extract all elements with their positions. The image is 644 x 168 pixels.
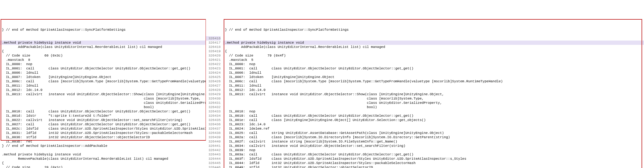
line-number: 326421 <box>206 58 221 62</box>
code-line: IL_0024: ldelem.ref <box>223 127 644 131</box>
code-line: IL_000c: call class [mscorlib]System.Typ… <box>0 79 206 84</box>
line-number: 326418 <box>206 45 221 49</box>
code-line: IL_0012: ldc.i4.0 <box>223 88 644 92</box>
line-number-gutter: 3264163264173264183264193264203264213264… <box>206 15 223 168</box>
code-line: IL_003f: ldsfld class UnityEditor.U2D.Sp… <box>223 157 644 161</box>
line-number: 326420 <box>206 53 221 58</box>
code-line: IL_0001: call class UnityEditor.ObjectSe… <box>223 66 644 71</box>
code-line: IL_0034: callvirt instance void UnityEdi… <box>223 144 644 148</box>
diff-container: } // end of method SpriteAtlasInspector:… <box>0 15 644 168</box>
code-line: // Code size 28 (0x1c) <box>0 165 206 168</box>
line-number: 326444 <box>206 157 221 161</box>
code-line: { <box>0 161 206 165</box>
code-line: IL_0025: call string UnityEditor.AssetDa… <box>223 131 644 135</box>
code-line <box>0 148 206 152</box>
line-number: 326438 <box>206 131 221 135</box>
code-line: IL_0000: nop <box>0 62 206 66</box>
line-number: 326443 <box>206 152 221 157</box>
line-number: 326430 <box>206 96 221 101</box>
line-number: 326425 <box>206 75 221 79</box>
line-number: 326419 <box>206 49 221 53</box>
code-line: IL_0027: call class UnityEditor.ObjectSe… <box>0 122 206 127</box>
code-line: { <box>0 49 206 53</box>
code-line: } // end of method SpriteAtlasInspector:… <box>0 144 206 148</box>
line-number: 326446 <box>206 165 221 168</box>
code-line: IL_0022: callvirt instance void UnityEdi… <box>0 118 206 122</box>
code-line: IL_0001: call class UnityEditor.ObjectSe… <box>0 66 206 71</box>
code-line: } // end of method SpriteAtlasInspector:… <box>223 28 644 32</box>
code-line: IL_0012: ldc.i4.0 <box>0 88 206 92</box>
code-line: } // end of method SpriteAtlasInspector:… <box>0 28 206 32</box>
line-number: 326431 <box>206 101 221 105</box>
code-line: IL_002f: callvirt instance string [mscor… <box>223 139 644 144</box>
code-line: .method private hidebysig instance void <box>0 152 206 157</box>
code-line: // Code size 79 (0x4f) <box>223 53 644 58</box>
code-line: IL_0013: callvirt instance void UnityEdi… <box>0 92 206 96</box>
line-number: 326427 <box>206 84 221 88</box>
code-line: .method private hidebysig instance void <box>223 41 644 45</box>
code-line: AddPackable(class UnityEditorInternal.Re… <box>0 45 206 49</box>
code-line: IL_0006: ldnull <box>223 71 644 75</box>
code-line: bool) <box>223 105 644 109</box>
left-pane[interactable]: } // end of method SpriteAtlasInspector:… <box>0 15 206 168</box>
line-number: 326433 <box>206 109 221 114</box>
code-line: AddPackable(class UnityEditorInternal.Re… <box>223 45 644 49</box>
code-line: IL_0049: stfld int32 UnityEditor.ObjectS… <box>223 165 644 168</box>
code-line: IL_003a: call class UnityEditor.ObjectSe… <box>223 152 644 157</box>
code-line: IL_0019: call class UnityEditor.ObjectSe… <box>223 114 644 118</box>
code-line: IL_0044: ldfld int32 UnityEditor.U2D.Spr… <box>223 161 644 165</box>
code-line: IL_0011: ldnull <box>0 84 206 88</box>
code-line: IL_0018: nop <box>223 109 644 114</box>
line-number <box>206 23 221 28</box>
code-line: IL_0018: call class UnityEditor.ObjectSe… <box>0 109 206 114</box>
line-number: 326437 <box>206 127 221 131</box>
line-number: 326424 <box>206 71 221 75</box>
line-number: 326422 <box>206 62 221 66</box>
line-number: 326435 <box>206 118 221 122</box>
line-number: 326426 <box>206 79 221 84</box>
code-line: IL_0039: nop <box>223 148 644 152</box>
code-line: bool) <box>0 105 206 109</box>
code-line: IL_0023: ldc.i4.0 <box>223 122 644 127</box>
code-line: .method private hidebysig instance void <box>0 41 206 45</box>
code-line: IL_0013: callvirt instance void UnityEdi… <box>223 92 644 96</box>
code-line: class [mscorlib]System.Type, <box>0 96 206 101</box>
code-line: class UnityEditor.SerializedProperty <box>0 101 206 105</box>
right-pane[interactable]: } // end of method SpriteAtlasInspector:… <box>223 15 644 168</box>
line-number: 326441 <box>206 144 221 148</box>
code-line: IL_0036: stfld int32 UnityEditor.ObjectS… <box>0 135 206 139</box>
code-line: IL_0011: ldnull <box>223 84 644 88</box>
line-number: 326434 <box>206 114 221 118</box>
code-line: .maxstack 5 <box>223 58 644 62</box>
line-number: 326428 <box>206 88 221 92</box>
line-number: 326417 <box>206 41 221 45</box>
code-line: IL_001d: ldstr "t:sprite t:texture2d t:f… <box>0 114 206 118</box>
code-line: class [mscorlib]System.Type, <box>223 96 644 101</box>
code-line: IL_0031: ldfld int32 UnityEditor.U2D.Spr… <box>0 131 206 135</box>
line-number: 326432 <box>206 105 221 109</box>
line-number: 326429 <box>206 92 221 96</box>
line-number: 326440 <box>206 139 221 144</box>
code-line: class UnityEditor.SerializedProperty, <box>223 101 644 105</box>
line-number: 326416 <box>206 36 221 41</box>
code-line: .maxstack 8 <box>0 58 206 62</box>
code-line: RemovePackable(class UnityEditorInternal… <box>0 157 206 161</box>
code-line: { <box>223 49 644 53</box>
code-line: // Code size 60 (0x3c) <box>0 53 206 58</box>
line-number: 326442 <box>206 148 221 152</box>
code-line: IL_002a: call class [mscorlib]System.IO.… <box>223 135 644 139</box>
code-line: IL_002c: ldsfld class UnityEditor.U2D.Sp… <box>0 127 206 131</box>
code-line: IL_003b: ret <box>0 139 206 144</box>
code-line: IL_0006: ldnull <box>0 71 206 75</box>
line-number: 326445 <box>206 161 221 165</box>
line-number: 326439 <box>206 135 221 139</box>
code-line: IL_001e: call class [UnityEngine]UnityEn… <box>223 118 644 122</box>
code-line: IL_0000: nop <box>223 62 644 66</box>
code-line: IL_0007: ldtoken [UnityEngine]UnityEngin… <box>223 75 644 79</box>
code-line: IL_0007: ldtoken [UnityEngine]UnityEngin… <box>0 75 206 79</box>
code-line: IL_000c: call class [mscorlib]System.Typ… <box>223 79 644 84</box>
line-number: 326436 <box>206 122 221 127</box>
line-number: 326423 <box>206 66 221 71</box>
